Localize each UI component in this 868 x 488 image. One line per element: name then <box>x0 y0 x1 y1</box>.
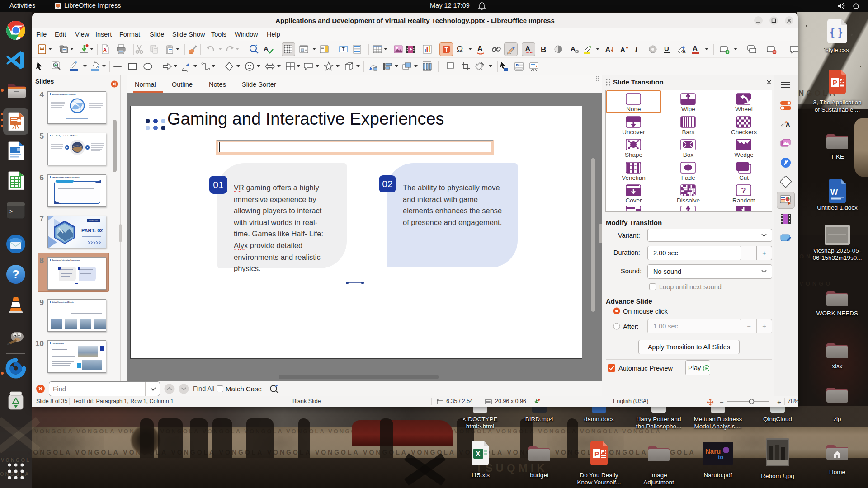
svg-text:A: A <box>264 45 269 52</box>
svg-text:?: ? <box>12 267 19 281</box>
svg-text:>_: >_ <box>9 209 16 215</box>
svg-text:B: B <box>541 45 546 54</box>
svg-text:A: A <box>605 45 610 53</box>
svg-text:X: X <box>476 450 481 458</box>
svg-text:Ω: Ω <box>457 44 463 54</box>
svg-text:A: A <box>682 49 686 54</box>
svg-text:to: to <box>718 454 723 460</box>
svg-text:A: A <box>620 46 625 53</box>
svg-text:W: W <box>830 188 838 197</box>
svg-text:A: A <box>571 45 576 52</box>
svg-text:A: A <box>525 44 530 52</box>
svg-text:{ }: { } <box>830 25 842 39</box>
svg-text:A: A <box>103 47 107 52</box>
svg-text:P: P <box>594 450 599 458</box>
svg-text:I: I <box>635 45 638 54</box>
svg-text:U: U <box>664 45 669 52</box>
svg-text:?: ? <box>741 186 746 195</box>
svg-text:P: P <box>833 79 837 86</box>
svg-text:T: T <box>342 47 345 52</box>
svg-text:A: A <box>786 121 790 128</box>
svg-text:A: A <box>477 45 483 52</box>
svg-text:T: T <box>445 46 448 53</box>
svg-text:A: A <box>693 44 698 52</box>
